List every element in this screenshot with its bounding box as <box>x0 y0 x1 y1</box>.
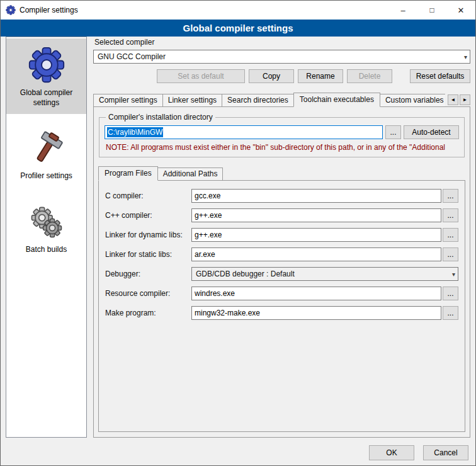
tab-additional-paths[interactable]: Additional Paths <box>157 168 224 181</box>
reset-defaults-button[interactable]: Reset defaults <box>410 69 470 83</box>
tab-custom-variables[interactable]: Custom variables <box>380 94 445 107</box>
field-label: Linker for dynamic libs: <box>105 230 191 239</box>
main-panel: Selected compiler GNU GCC Compiler ▾ Set… <box>93 37 470 438</box>
selected-compiler-select[interactable]: GNU GCC Compiler ▾ <box>93 50 470 64</box>
installation-directory-row: C:\raylib\MinGW ... Auto-detect <box>105 125 459 139</box>
sidebar-item-label: Batch builds <box>26 245 67 255</box>
browse-button[interactable]: ... <box>443 208 458 222</box>
browse-button[interactable]: ... <box>443 306 458 320</box>
dialog-header: Global compiler settings <box>1 20 475 37</box>
install-dir-value: C:\raylib\MinGW <box>107 127 163 137</box>
maximize-button[interactable]: □ <box>417 1 446 20</box>
tabs-viewport: Compiler settings Linker settings Search… <box>93 93 445 107</box>
sidebar-item-label: Global compiler settings <box>8 88 84 108</box>
window-title: Compiler settings <box>20 6 78 14</box>
form-row-static-linker: Linker for static libs: ... <box>105 247 458 261</box>
installation-directory-group: Compiler's installation directory C:\ray… <box>99 113 465 157</box>
cancel-button[interactable]: Cancel <box>423 445 468 460</box>
make-program-input[interactable] <box>191 306 441 320</box>
titlebar: Compiler settings – □ ✕ <box>1 1 475 20</box>
debugger-select[interactable]: GDB/CDB debugger : Default ▾ <box>191 267 458 281</box>
program-files-panel: C compiler: ... C++ compiler: ... Linker… <box>98 180 465 432</box>
browse-button[interactable]: ... <box>443 287 458 300</box>
tab-scroll-left-icon[interactable]: ◄ <box>448 94 458 105</box>
install-dir-browse-button[interactable]: ... <box>385 125 401 139</box>
sidebar-item-global-compiler-settings[interactable]: Global compiler settings <box>6 38 86 114</box>
field-label: Linker for static libs: <box>105 250 191 259</box>
gear-icon <box>28 46 65 84</box>
set-as-default-button[interactable]: Set as default <box>157 69 245 83</box>
debugger-value: GDB/CDB debugger : Default <box>196 270 448 278</box>
program-files-tabstrip: Program Files Additional Paths <box>98 166 465 181</box>
compiler-buttons: Set as default Copy Rename Delete Reset … <box>93 69 470 83</box>
sidebar-item-profiler-settings[interactable]: Profiler settings <box>6 123 86 188</box>
window-icon <box>6 5 16 15</box>
chevron-down-icon: ▾ <box>448 271 455 278</box>
static-linker-input[interactable] <box>191 247 441 261</box>
form-row-make-program: Make program: ... <box>105 306 458 320</box>
delete-button[interactable]: Delete <box>347 69 392 83</box>
form-row-dynamic-linker: Linker for dynamic libs: ... <box>105 228 458 242</box>
field-label: C compiler: <box>105 191 191 200</box>
selected-compiler-value: GNU GCC Compiler <box>98 52 460 61</box>
chevron-down-icon: ▾ <box>460 54 467 60</box>
copy-button[interactable]: Copy <box>249 69 294 83</box>
dialog-footer: OK Cancel <box>369 445 468 460</box>
field-label: C++ compiler: <box>105 211 191 220</box>
resource-compiler-input[interactable] <box>191 287 441 300</box>
sidebar-item-label: Profiler settings <box>20 171 72 181</box>
tab-search-directories[interactable]: Search directories <box>222 94 294 107</box>
browse-button[interactable]: ... <box>443 228 458 242</box>
settings-category-list: Global compiler settings Profiler settin… <box>6 37 87 438</box>
profiler-icon <box>28 130 65 167</box>
field-label: Make program: <box>105 309 191 317</box>
field-label: Resource compiler: <box>105 289 191 298</box>
tab-scroll-right-icon[interactable]: ► <box>460 94 470 105</box>
browse-button[interactable]: ... <box>443 247 458 261</box>
tab-compiler-settings[interactable]: Compiler settings <box>93 94 163 107</box>
install-dir-input[interactable]: C:\raylib\MinGW <box>105 125 383 139</box>
rename-button[interactable]: Rename <box>298 69 343 83</box>
ok-button[interactable]: OK <box>369 445 414 460</box>
field-label: Debugger: <box>105 270 191 278</box>
window-controls: – □ ✕ <box>388 1 475 20</box>
tab-scroll-arrows: ◄ ► <box>448 94 470 105</box>
form-row-debugger: Debugger: GDB/CDB debugger : Default ▾ <box>105 267 458 281</box>
autodetect-button[interactable]: Auto-detect <box>404 125 459 139</box>
settings-tabstrip: Compiler settings Linker settings Search… <box>93 93 470 107</box>
close-button[interactable]: ✕ <box>446 1 475 20</box>
selected-compiler-label: Selected compiler <box>94 38 469 47</box>
dynamic-linker-input[interactable] <box>191 228 441 242</box>
browse-button[interactable]: ... <box>443 189 458 203</box>
installation-directory-label: Compiler's installation directory <box>106 113 215 122</box>
cpp-compiler-input[interactable] <box>191 208 441 222</box>
dialog-content: Global compiler settings Profiler settin… <box>6 37 470 438</box>
gears-icon <box>28 204 65 241</box>
form-row-resource-compiler: Resource compiler: ... <box>105 287 458 300</box>
c-compiler-input[interactable] <box>191 189 441 203</box>
form-row-cpp-compiler: C++ compiler: ... <box>105 208 458 222</box>
tab-toolchain-executables[interactable]: Toolchain executables <box>293 93 380 107</box>
sidebar-item-batch-builds[interactable]: Batch builds <box>6 196 86 261</box>
install-dir-note: NOTE: All programs must exist either in … <box>106 143 458 152</box>
toolchain-executables-panel: Compiler's installation directory C:\ray… <box>93 106 470 438</box>
compiler-settings-window: Compiler settings – □ ✕ Global compiler … <box>0 0 476 466</box>
minimize-button[interactable]: – <box>388 1 417 20</box>
form-row-c-compiler: C compiler: ... <box>105 189 458 203</box>
tab-program-files[interactable]: Program Files <box>98 166 158 181</box>
tab-linker-settings[interactable]: Linker settings <box>162 94 222 107</box>
